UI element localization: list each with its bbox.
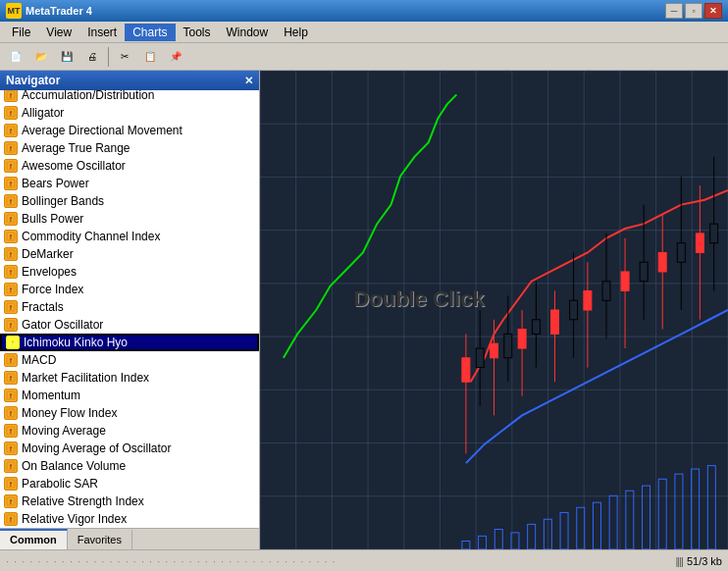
nav-item[interactable]: fBulls Power xyxy=(0,210,259,228)
nav-item-label: Alligator xyxy=(22,106,64,120)
indicator-icon: f xyxy=(6,336,20,349)
nav-item-label: Accumulation/Distribution xyxy=(22,90,154,102)
title-bar: MT MetaTrader 4 ─ ▫ ✕ xyxy=(0,0,728,22)
indicator-icon: f xyxy=(4,424,18,438)
indicator-icon: f xyxy=(4,353,18,367)
bars-icon: |||| xyxy=(675,555,682,567)
title-bar-buttons: ─ ▫ ✕ xyxy=(665,3,722,19)
nav-item[interactable]: fDeMarker xyxy=(0,245,259,263)
nav-item-label: On Balance Volume xyxy=(22,459,126,473)
nav-item-label: Fractals xyxy=(22,300,64,314)
nav-item[interactable]: fIchimoku Kinko Hyo xyxy=(0,334,259,351)
status-dots: · · · · · · · · · · · · · · · · · · · · … xyxy=(6,555,667,567)
nav-item-label: Bollinger Bands xyxy=(22,194,104,208)
indicator-icon: f xyxy=(4,106,18,120)
indicator-icon: f xyxy=(4,177,18,190)
nav-item-label: Envelopes xyxy=(22,265,77,279)
indicator-icon: f xyxy=(4,247,18,261)
nav-item[interactable]: fAlligator xyxy=(0,104,259,122)
nav-item[interactable]: fRelative Strength Index xyxy=(0,493,259,510)
nav-item[interactable]: fGator Oscillator xyxy=(0,316,259,334)
nav-item[interactable]: fMomentum xyxy=(0,387,259,404)
chart-canvas xyxy=(260,71,728,549)
toolbar: 📄 📂 💾 🖨 ✂ 📋 📌 xyxy=(0,43,728,71)
menu-window[interactable]: Window xyxy=(219,24,277,41)
nav-item[interactable]: fAccumulation/Distribution xyxy=(0,90,259,104)
indicator-icon: f xyxy=(4,459,18,473)
indicator-icon: f xyxy=(4,389,18,402)
nav-item-label: Force Index xyxy=(22,283,83,296)
nav-item[interactable]: fAverage True Range xyxy=(0,139,259,157)
nav-item[interactable]: fMoving Average of Oscillator xyxy=(0,440,259,457)
nav-item-label: Moving Average of Oscillator xyxy=(22,441,172,455)
indicator-icon: f xyxy=(4,283,18,296)
nav-item[interactable]: fParabolic SAR xyxy=(0,475,259,493)
nav-item-label: Parabolic SAR xyxy=(22,477,98,491)
chart-area[interactable]: Double Click xyxy=(260,71,728,549)
menu-charts[interactable]: Charts xyxy=(125,24,175,41)
maximize-button[interactable]: ▫ xyxy=(685,3,702,19)
navigator-list[interactable]: fAccumulation/DistributionfAlligatorfAve… xyxy=(0,90,259,528)
navigator-header: Navigator ✕ xyxy=(0,71,259,90)
status-info: |||| 51/3 kb xyxy=(675,555,722,567)
app-icon: MT xyxy=(6,3,22,19)
nav-item[interactable]: fMoney Flow Index xyxy=(0,404,259,422)
nav-item[interactable]: fOn Balance Volume xyxy=(0,457,259,475)
tab-favorites[interactable]: Favorites xyxy=(68,529,132,549)
indicator-icon: f xyxy=(4,194,18,208)
size-info: 51/3 kb xyxy=(687,555,722,567)
menu-tools[interactable]: Tools xyxy=(176,24,219,41)
nav-item[interactable]: fAverage Directional Movement xyxy=(0,122,259,139)
indicator-icon: f xyxy=(4,230,18,243)
nav-item-label: Market Facilitation Index xyxy=(22,371,149,385)
indicator-icon: f xyxy=(4,90,18,102)
nav-item-label: Bulls Power xyxy=(22,212,83,226)
nav-item[interactable]: fForce Index xyxy=(0,281,259,298)
toolbar-open[interactable]: 📂 xyxy=(29,46,53,68)
indicator-icon: f xyxy=(4,159,18,173)
close-button[interactable]: ✕ xyxy=(704,3,722,19)
nav-item[interactable]: fEnvelopes xyxy=(0,263,259,281)
menu-bar: File View Insert Charts Tools Window Hel… xyxy=(0,22,728,43)
indicator-icon: f xyxy=(4,141,18,155)
nav-item[interactable]: fRelative Vigor Index xyxy=(0,510,259,528)
nav-item[interactable]: fFractals xyxy=(0,298,259,316)
menu-file[interactable]: File xyxy=(4,24,38,41)
indicator-icon: f xyxy=(4,265,18,279)
nav-item[interactable]: fBears Power xyxy=(0,175,259,192)
nav-item-label: DeMarker xyxy=(22,247,74,261)
navigator-panel: Navigator ✕ fAccumulation/DistributionfA… xyxy=(0,71,260,549)
nav-item[interactable]: fMACD xyxy=(0,351,259,369)
navigator-close-button[interactable]: ✕ xyxy=(244,75,253,87)
nav-item-label: Average True Range xyxy=(22,141,130,155)
toolbar-cut[interactable]: ✂ xyxy=(113,46,136,68)
menu-view[interactable]: View xyxy=(38,24,79,41)
nav-item-label: Relative Strength Index xyxy=(22,494,144,508)
menu-insert[interactable]: Insert xyxy=(79,24,125,41)
toolbar-paste[interactable]: 📌 xyxy=(164,46,187,68)
tab-common[interactable]: Common xyxy=(0,529,68,549)
toolbar-print[interactable]: 🖨 xyxy=(80,46,104,68)
indicator-icon: f xyxy=(4,318,18,332)
nav-item[interactable]: fMarket Facilitation Index xyxy=(0,369,259,387)
nav-item-label: Awesome Oscillator xyxy=(22,159,126,173)
toolbar-save[interactable]: 💾 xyxy=(55,46,78,68)
nav-item[interactable]: fAwesome Oscillator xyxy=(0,157,259,175)
status-bar: · · · · · · · · · · · · · · · · · · · · … xyxy=(0,549,728,571)
toolbar-separator xyxy=(108,47,109,67)
toolbar-copy[interactable]: 📋 xyxy=(138,46,162,68)
minimize-button[interactable]: ─ xyxy=(665,3,683,19)
indicator-icon: f xyxy=(4,212,18,226)
toolbar-new[interactable]: 📄 xyxy=(4,46,27,68)
indicator-icon: f xyxy=(4,406,18,420)
nav-item[interactable]: fCommodity Channel Index xyxy=(0,228,259,245)
indicator-icon: f xyxy=(4,441,18,455)
nav-item-label: Money Flow Index xyxy=(22,406,117,420)
nav-item-label: Commodity Channel Index xyxy=(22,230,160,243)
title-bar-text: MetaTrader 4 xyxy=(26,5,665,17)
nav-item[interactable]: fBollinger Bands xyxy=(0,192,259,210)
menu-help[interactable]: Help xyxy=(276,24,316,41)
nav-item-label: Ichimoku Kinko Hyo xyxy=(24,336,128,349)
nav-item[interactable]: fMoving Average xyxy=(0,422,259,440)
nav-item-label: MACD xyxy=(22,353,56,367)
